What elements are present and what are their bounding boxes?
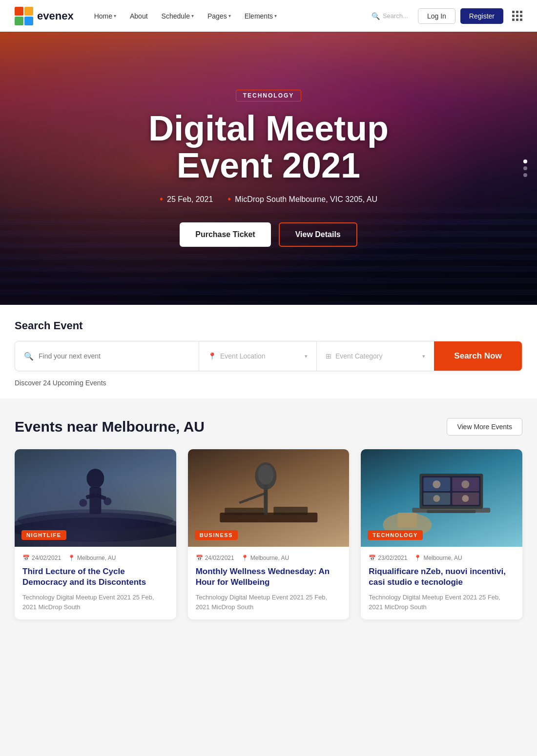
pages-chevron-icon: ▾ — [228, 13, 231, 19]
scroll-dot-3 — [523, 173, 527, 177]
nav-search-button[interactable]: 🔍 Search... — [367, 10, 413, 22]
event-image-3: TECHNOLOGY — [361, 449, 522, 547]
scroll-dot-1 — [523, 159, 527, 163]
event-name-3[interactable]: Riqualificare nZeb, nuovi incentivi, cas… — [369, 566, 515, 588]
search-input-icon: 🔍 — [24, 352, 34, 361]
hero-section: TECHNOLOGY Digital Meetup Event 2021 • 2… — [0, 32, 537, 305]
hero-tag: TECHNOLOGY — [236, 90, 302, 101]
svg-point-16 — [258, 465, 273, 484]
event-meta-2: 📅 24/02/2021 📍 Melbourne, AU — [196, 555, 342, 561]
home-chevron-icon: ▾ — [114, 13, 116, 19]
elements-chevron-icon: ▾ — [274, 13, 277, 19]
svg-line-17 — [239, 493, 266, 503]
search-section: Search Event 🔍 📍 Event Location ▾ ⊞ Even… — [0, 305, 537, 398]
logo-text: evenex — [37, 10, 74, 22]
location-icon-3: 📍 — [414, 555, 421, 561]
logo[interactable]: evenex — [15, 7, 74, 25]
hero-content: TECHNOLOGY Digital Meetup Event 2021 • 2… — [148, 90, 389, 247]
event-desc-1: Technology Digital Meetup Event 2021 25 … — [22, 593, 168, 612]
event-tag-3: TECHNOLOGY — [368, 530, 423, 540]
view-more-events-button[interactable]: View More Events — [447, 418, 522, 436]
search-input[interactable] — [39, 352, 190, 360]
location-dot: • — [227, 194, 231, 205]
event-location-1: 📍 Melbourne, AU — [68, 555, 116, 561]
svg-rect-3 — [24, 17, 33, 25]
events-grid: NIGHTLIFE 📅 24/02/2021 📍 Melbourne, AU T… — [15, 449, 522, 619]
hero-date: • 25 Feb, 2021 — [160, 194, 213, 205]
discover-text: Discover 24 Upcoming Events — [15, 371, 522, 398]
svg-point-12 — [103, 497, 111, 505]
event-tag-2: BUSINESS — [195, 530, 238, 540]
search-bar: 🔍 📍 Event Location ▾ ⊞ Event Category ▾ … — [15, 341, 522, 371]
events-title: Events near Melbourne, AU — [15, 418, 205, 435]
category-icon: ⊞ — [326, 352, 331, 360]
scroll-indicators — [523, 159, 527, 177]
search-now-button[interactable]: Search Now — [434, 341, 522, 371]
location-chevron-icon: ▾ — [305, 353, 308, 359]
svg-point-6 — [17, 509, 173, 531]
event-location-2: 📍 Melbourne, AU — [241, 555, 289, 561]
location-select[interactable]: 📍 Event Location ▾ — [199, 341, 317, 371]
event-date-1: 📅 24/02/2021 — [22, 555, 61, 561]
nav-item-pages[interactable]: Pages ▾ — [202, 8, 237, 24]
nav-item-about[interactable]: About — [124, 8, 154, 24]
login-button[interactable]: Log In — [418, 8, 455, 24]
event-card-1: NIGHTLIFE 📅 24/02/2021 📍 Melbourne, AU T… — [15, 449, 176, 619]
event-tag-1: NIGHTLIFE — [21, 530, 66, 540]
event-desc-2: Technology Digital Meetup Event 2021 25 … — [196, 593, 342, 612]
event-date-3: 📅 23/02/2021 — [369, 555, 407, 561]
location-icon-1: 📍 — [68, 555, 75, 561]
calendar-icon-1: 📅 — [22, 555, 30, 561]
nav-item-home[interactable]: Home ▾ — [88, 8, 122, 24]
search-icon: 🔍 — [372, 12, 380, 20]
svg-rect-18 — [225, 508, 264, 515]
event-name-1[interactable]: Third Lecture of the Cycle Democracy and… — [22, 566, 168, 588]
location-icon-2: 📍 — [241, 555, 248, 561]
hero-buttons: Purchase Ticket View Details — [148, 222, 389, 247]
nav-links: Home ▾ About Schedule ▾ Pages ▾ Elements… — [88, 8, 367, 24]
view-details-button[interactable]: View Details — [279, 222, 357, 247]
svg-rect-23 — [427, 510, 476, 513]
hero-title: Digital Meetup Event 2021 — [148, 110, 389, 184]
nav-actions: Log In Register — [418, 8, 522, 24]
event-meta-1: 📅 24/02/2021 📍 Melbourne, AU — [22, 555, 168, 561]
grid-menu-icon[interactable] — [512, 11, 522, 21]
search-input-wrap: 🔍 — [15, 341, 199, 371]
purchase-ticket-button[interactable]: Purchase Ticket — [180, 222, 270, 247]
event-body-2: 📅 24/02/2021 📍 Melbourne, AU Monthly Wel… — [188, 547, 350, 619]
event-image-1: NIGHTLIFE — [15, 449, 176, 547]
svg-rect-8 — [89, 487, 101, 514]
svg-rect-0 — [15, 7, 23, 16]
svg-rect-10 — [95, 493, 106, 500]
events-header: Events near Melbourne, AU View More Even… — [15, 418, 522, 436]
nav-item-elements[interactable]: Elements ▾ — [239, 8, 283, 24]
svg-rect-9 — [85, 493, 95, 499]
search-title: Search Event — [15, 319, 522, 332]
svg-rect-2 — [15, 17, 23, 25]
nav-item-schedule[interactable]: Schedule ▾ — [156, 8, 200, 24]
event-desc-3: Technology Digital Meetup Event 2021 25 … — [369, 593, 515, 612]
events-section: Events near Melbourne, AU View More Even… — [0, 398, 537, 639]
svg-rect-21 — [398, 513, 417, 527]
register-button[interactable]: Register — [460, 8, 503, 24]
logo-icon — [15, 7, 33, 25]
date-dot: • — [160, 194, 163, 205]
svg-rect-19 — [273, 507, 308, 515]
location-icon: 📍 — [208, 352, 216, 360]
svg-point-11 — [79, 499, 87, 507]
category-select[interactable]: ⊞ Event Category ▾ — [317, 341, 434, 371]
event-date-2: 📅 24/02/2021 — [196, 555, 234, 561]
category-chevron-icon: ▾ — [422, 353, 425, 359]
svg-point-31 — [462, 480, 470, 488]
event-name-2[interactable]: Monthly Wellness Wednesday: An Hour for … — [196, 566, 342, 588]
svg-point-7 — [86, 469, 104, 488]
event-card-2: BUSINESS 📅 24/02/2021 📍 Melbourne, AU Mo… — [188, 449, 350, 619]
svg-rect-1 — [24, 7, 33, 16]
event-image-2: BUSINESS — [188, 449, 350, 547]
svg-point-33 — [462, 495, 469, 502]
calendar-icon-2: 📅 — [196, 555, 203, 561]
event-location-3: 📍 Melbourne, AU — [414, 555, 462, 561]
svg-point-32 — [434, 495, 440, 502]
hero-meta: • 25 Feb, 2021 • MicDrop South Melbourne… — [148, 194, 389, 205]
calendar-icon-3: 📅 — [369, 555, 376, 561]
